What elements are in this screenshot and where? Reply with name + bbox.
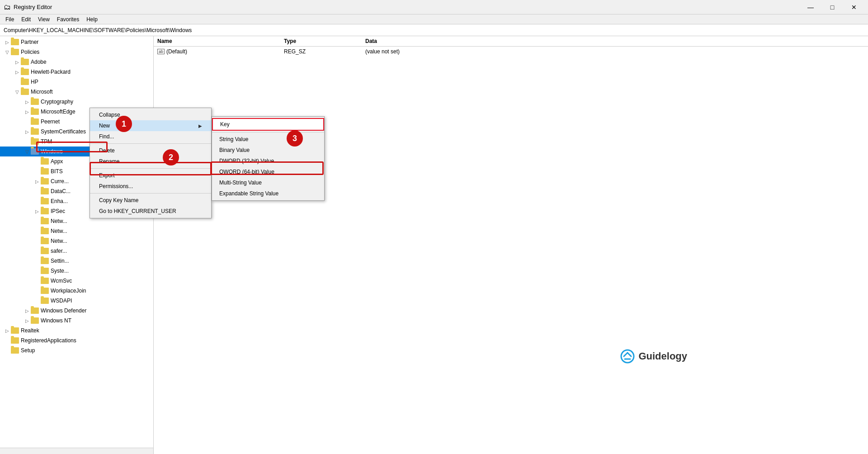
ctx-rename[interactable]: Rename <box>90 156 211 167</box>
ctx-find[interactable]: Find... <box>90 131 211 142</box>
toggle-ipsec[interactable]: ▷ <box>33 208 41 215</box>
toggle-hewlett[interactable]: ▷ <box>14 68 21 76</box>
label-microsoft: Microsoft <box>31 89 53 95</box>
detail-row-default[interactable]: ab (Default) REG_SZ (value not set) <box>154 47 868 57</box>
toggle-hp[interactable] <box>14 78 21 85</box>
ctx-export[interactable]: Export <box>90 170 211 181</box>
tree-item-hewlett[interactable]: ▷ Hewlett-Packard <box>0 67 153 77</box>
menu-view[interactable]: View <box>34 15 53 24</box>
folder-icon-microsoft <box>21 89 29 95</box>
toggle-curre[interactable]: ▷ <box>33 178 41 185</box>
toggle-cryptography[interactable]: ▷ <box>24 98 31 105</box>
label-realtek: Realtek <box>21 327 39 334</box>
label-netw3: Netw... <box>51 238 67 244</box>
toggle-realtek[interactable]: ▷ <box>4 327 11 334</box>
sub-binary[interactable]: Binary Value <box>212 145 324 156</box>
sub-string[interactable]: String Value <box>212 134 324 145</box>
toggle-netw1[interactable] <box>33 218 41 225</box>
toggle-registeredapps[interactable] <box>4 337 11 344</box>
toggle-systemcerts[interactable]: ▷ <box>24 128 31 135</box>
ctx-copykey[interactable]: Copy Key Name <box>90 195 211 206</box>
reg-icon-default: ab <box>157 49 165 54</box>
label-bits: BITS <box>51 168 63 175</box>
tree-scrollbar[interactable] <box>0 448 153 454</box>
label-enha: Enha... <box>51 198 68 204</box>
maximize-button[interactable]: □ <box>822 0 843 14</box>
toggle-enha[interactable] <box>33 198 41 205</box>
toggle-microsoft[interactable]: ▽ <box>14 88 21 95</box>
tree-item-workplacejoin[interactable]: WorkplaceJoin <box>0 286 153 296</box>
folder-icon-workplacejoin <box>41 288 49 294</box>
toggle-settin[interactable] <box>33 257 41 265</box>
ctx-permissions[interactable]: Permissions... <box>90 181 211 192</box>
ctx-gotohkcu[interactable]: Go to HKEY_CURRENT_USER <box>90 206 211 217</box>
tree-item-policies[interactable]: ▽ Policies <box>0 47 153 57</box>
minimize-button[interactable]: — <box>800 0 821 14</box>
toggle-windows[interactable]: ▽ <box>24 148 31 155</box>
close-button[interactable]: ✕ <box>844 0 864 14</box>
tree-item-syste[interactable]: Syste... <box>0 266 153 276</box>
toggle-tpm[interactable] <box>24 138 31 145</box>
toggle-partner[interactable]: ▷ <box>4 38 11 46</box>
toggle-wsdapi[interactable] <box>33 297 41 304</box>
tree-item-partner[interactable]: ▷ Partner <box>0 37 153 47</box>
folder-icon-microsoftedge <box>31 109 39 115</box>
menu-help[interactable]: Help <box>83 15 101 24</box>
ctx-sep3 <box>90 193 211 194</box>
toggle-windowsdefender[interactable]: ▷ <box>24 307 31 314</box>
menu-edit[interactable]: Edit <box>18 15 34 24</box>
menu-favorites[interactable]: Favorites <box>53 15 83 24</box>
toggle-netw3[interactable] <box>33 237 41 245</box>
toggle-windowsnt[interactable]: ▷ <box>24 317 31 324</box>
folder-icon-cryptography <box>31 99 39 105</box>
toggle-syste[interactable] <box>33 267 41 274</box>
tree-item-windowsnt[interactable]: ▷ Windows NT <box>0 316 153 326</box>
folder-icon-hewlett <box>21 69 29 75</box>
ctx-collapse[interactable]: Collapse <box>90 109 211 120</box>
tree-item-realtek[interactable]: ▷ Realtek <box>0 326 153 336</box>
tree-scroll[interactable]: ▷ Partner ▽ Policies ▷ Adobe ▷ Hewlett-P… <box>0 36 153 454</box>
tree-item-setup[interactable]: Setup <box>0 345 153 355</box>
toggle-bits[interactable] <box>33 168 41 175</box>
tree-item-registeredapps[interactable]: RegisteredApplications <box>0 336 153 345</box>
toggle-peernet[interactable] <box>24 118 31 125</box>
tree-item-netw2[interactable]: Netw... <box>0 226 153 236</box>
menu-file[interactable]: File <box>2 15 18 24</box>
label-netw1: Netw... <box>51 218 67 224</box>
toggle-wcmsvc[interactable] <box>33 277 41 284</box>
tree-item-windowsdefender[interactable]: ▷ Windows Defender <box>0 306 153 316</box>
toggle-policies[interactable]: ▽ <box>4 48 11 56</box>
toggle-microsoftedge[interactable]: ▷ <box>24 108 31 115</box>
folder-icon-policies <box>11 49 19 55</box>
tree-item-wsdapi[interactable]: WSDAPI <box>0 296 153 306</box>
ctx-sep1 <box>90 143 211 144</box>
toggle-appx[interactable] <box>33 158 41 165</box>
tree-item-wcmsvc[interactable]: WcmSvc <box>0 276 153 286</box>
ctx-new[interactable]: New ▶ <box>90 120 211 131</box>
sub-dword[interactable]: DWORD (32-bit) Value <box>212 156 324 166</box>
toggle-setup[interactable] <box>4 347 11 354</box>
toggle-datac[interactable] <box>33 188 41 195</box>
toggle-safer[interactable] <box>33 247 41 255</box>
menu-bar: File Edit View Favorites Help <box>0 14 868 24</box>
tree-item-settin[interactable]: Settin... <box>0 256 153 266</box>
toggle-adobe[interactable]: ▷ <box>14 58 21 66</box>
folder-icon-windowsnt <box>31 317 39 324</box>
sub-key[interactable]: Key <box>212 118 324 131</box>
toggle-workplacejoin[interactable] <box>33 287 41 294</box>
tree-item-safer[interactable]: safer... <box>0 246 153 256</box>
label-hewlett: Hewlett-Packard <box>31 69 71 75</box>
label-wsdapi: WSDAPI <box>51 298 72 304</box>
tree-item-microsoft[interactable]: ▽ Microsoft <box>0 87 153 97</box>
sub-qword[interactable]: QWORD (64-bit) Value <box>212 166 324 177</box>
ctx-delete[interactable]: Delete <box>90 145 211 156</box>
label-microsoftedge: MicrosoftEdge <box>41 109 75 115</box>
tree-item-hp[interactable]: HP <box>0 77 153 87</box>
tree-item-adobe[interactable]: ▷ Adobe <box>0 57 153 67</box>
label-adobe: Adobe <box>31 59 47 65</box>
sub-expandable[interactable]: Expandable String Value <box>212 188 324 199</box>
sub-multistring[interactable]: Multi-String Value <box>212 177 324 188</box>
tree-item-netw3[interactable]: Netw... <box>0 236 153 246</box>
tree-item-cryptography[interactable]: ▷ Cryptography <box>0 97 153 107</box>
toggle-netw2[interactable] <box>33 227 41 235</box>
